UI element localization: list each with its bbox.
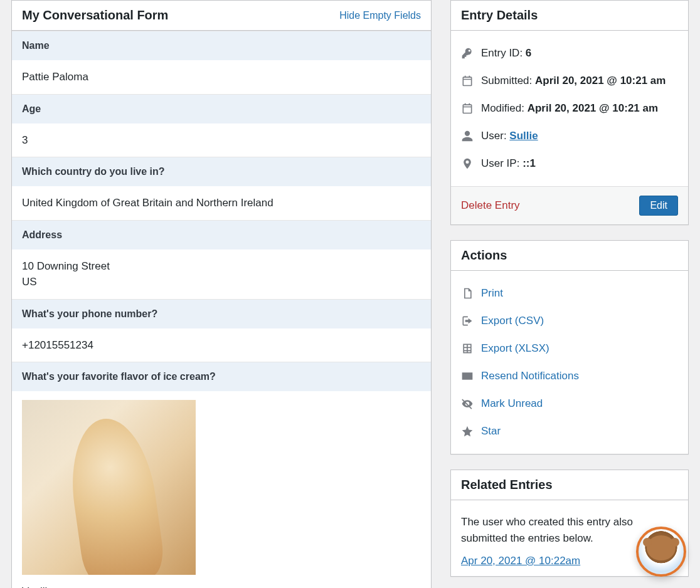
field-label-address: Address xyxy=(12,220,431,249)
field-label-flavor: What's your favorite flavor of ice cream… xyxy=(12,362,431,391)
actions-panel: Actions Print Export (CSV) Export (XLSX) xyxy=(450,240,689,454)
field-label-age: Age xyxy=(12,94,431,123)
user-row: User: Sullie xyxy=(461,122,678,150)
map-pin-icon xyxy=(461,157,474,170)
avatar-face xyxy=(647,535,676,560)
address-line1: 10 Downing Street xyxy=(22,260,110,272)
field-label-phone: What's your phone number? xyxy=(12,299,431,328)
mark-unread-action[interactable]: Mark Unread xyxy=(461,390,678,417)
star-icon xyxy=(461,425,474,438)
actions-title: Actions xyxy=(461,248,507,263)
related-entry-link[interactable]: Apr 20, 2021 @ 10:22am xyxy=(461,555,580,567)
field-value-flavor: Vanilla xyxy=(12,391,431,588)
modified-row: Modified: April 20, 2021 @ 10:21 am xyxy=(461,95,678,122)
resend-notifications-action[interactable]: Resend Notifications xyxy=(461,362,678,390)
field-value-address: 10 Downing Street US xyxy=(12,249,431,299)
address-line2: US xyxy=(22,276,37,288)
file-icon xyxy=(461,287,474,300)
user-icon xyxy=(461,130,474,142)
form-entry-panel: My Conversational Form Hide Empty Fields… xyxy=(11,0,432,588)
submitted-row: Submitted: April 20, 2021 @ 10:21 am xyxy=(461,67,678,95)
calendar-icon xyxy=(461,75,474,87)
field-value-name: Pattie Paloma xyxy=(12,60,431,94)
entry-details-panel: Entry Details Entry ID: 6 Submitted: Apr… xyxy=(450,0,689,225)
entry-id-row: Entry ID: 6 xyxy=(461,39,678,67)
user-ip-row: User IP: ::1 xyxy=(461,150,678,177)
field-value-age: 3 xyxy=(12,123,431,157)
flavor-text: Vanilla xyxy=(22,585,53,588)
star-action[interactable]: Star xyxy=(461,417,678,445)
hide-empty-fields-link[interactable]: Hide Empty Fields xyxy=(339,10,421,21)
edit-button[interactable]: Edit xyxy=(639,196,678,216)
help-avatar-button[interactable] xyxy=(636,527,686,577)
calendar-icon xyxy=(461,102,474,115)
delete-entry-link[interactable]: Delete Entry xyxy=(461,199,520,212)
field-label-country: Which country do you live in? xyxy=(12,157,431,186)
field-value-phone: +12015551234 xyxy=(12,328,431,362)
entry-details-title: Entry Details xyxy=(461,8,538,23)
mail-icon xyxy=(461,370,474,382)
eye-slash-icon xyxy=(461,397,474,410)
related-entries-title: Related Entries xyxy=(461,478,553,492)
form-title: My Conversational Form xyxy=(22,8,168,23)
spreadsheet-icon xyxy=(461,342,474,355)
print-action[interactable]: Print xyxy=(461,280,678,307)
export-csv-action[interactable]: Export (CSV) xyxy=(461,307,678,335)
user-link[interactable]: Sullie xyxy=(509,130,538,142)
export-icon xyxy=(461,315,474,327)
key-icon xyxy=(461,47,474,60)
flavor-image xyxy=(22,400,196,575)
export-xlsx-action[interactable]: Export (XLSX) xyxy=(461,335,678,362)
field-value-country: United Kingdom of Great Britain and Nort… xyxy=(12,186,431,220)
field-label-name: Name xyxy=(12,31,431,60)
